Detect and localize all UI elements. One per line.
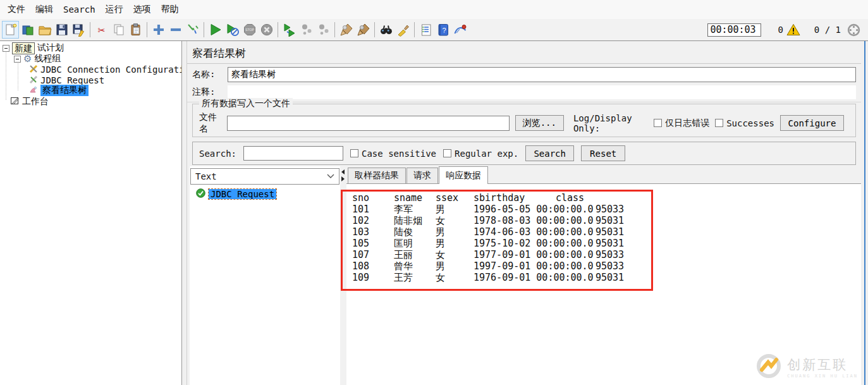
cell: 陆俊	[394, 226, 436, 238]
result-node-jdbc-request[interactable]: JDBC Request	[196, 188, 276, 200]
toolbar-start-button[interactable]	[207, 21, 224, 39]
test-plan-tree: 新建 试计划 ⚙ 线程组 JDBC Connection Configurati…	[0, 41, 182, 385]
collapse-expander-icon[interactable]	[3, 45, 9, 52]
cell: 曾华	[394, 260, 436, 272]
toolbar-separator	[374, 22, 375, 37]
tab-请求[interactable]: 请求	[406, 168, 438, 183]
log-errors-label: 仅日志错误	[665, 118, 709, 129]
toolbar-paste-button[interactable]	[127, 21, 144, 39]
save-as-icon	[72, 23, 86, 37]
cell: 105	[352, 238, 394, 249]
browse-button[interactable]: 浏览...	[515, 115, 564, 131]
menu-item[interactable]: 选项	[128, 1, 156, 18]
paste-icon	[129, 23, 143, 37]
response-data-row: 101李军男1996-05-05 00:00:00.095033	[352, 204, 861, 215]
content-region: 新建 试计划 ⚙ 线程组 JDBC Connection Configurati…	[0, 41, 868, 385]
open-icon	[38, 23, 52, 37]
cell: 女	[436, 215, 474, 226]
toolbar-remote-stop-all-button[interactable]	[298, 21, 315, 39]
successes-checkbox[interactable]	[715, 119, 723, 127]
case-sensitive-checkbox-wrap: Case sensitive	[350, 149, 436, 159]
listener-icon	[29, 85, 38, 96]
search-reset-icon	[396, 23, 410, 37]
menu-item[interactable]: 文件	[3, 1, 30, 18]
cell: class	[556, 192, 584, 204]
regular-exp-checkbox[interactable]	[443, 149, 451, 157]
tab-取样器结果[interactable]: 取样器结果	[348, 168, 406, 183]
toolbar-add-button[interactable]	[150, 21, 167, 39]
function-helper-icon	[419, 23, 433, 37]
toolbar-copy-button[interactable]	[110, 21, 127, 39]
tree-node-view-results-tree[interactable]: 察看结果树	[29, 85, 89, 96]
case-sensitive-checkbox[interactable]	[350, 149, 358, 157]
menu-bar: 文件编辑Search运行选项帮助	[0, 0, 868, 19]
response-data-row: 105匡明男1975-10-02 00:00:00.095031	[352, 238, 861, 249]
comment-input[interactable]	[228, 85, 856, 99]
add-icon	[152, 23, 166, 37]
tree-node-workbench[interactable]: 工作台	[10, 96, 49, 107]
tab-响应数据[interactable]: 响应数据	[439, 166, 488, 184]
reset-button[interactable]: Reset	[581, 145, 625, 161]
remote-start-all-icon	[283, 23, 296, 37]
cell: 101	[352, 204, 394, 215]
toolbar-cut-button[interactable]: ✂	[93, 21, 110, 39]
toolbar-shutdown-button[interactable]	[258, 21, 275, 39]
split-divider[interactable]	[340, 166, 346, 385]
toolbar-links-button[interactable]	[451, 21, 468, 39]
regular-exp-checkbox-wrap: Regular exp.	[443, 149, 518, 159]
toolbar-new-button[interactable]	[2, 21, 19, 39]
toolbar-clear-button[interactable]	[338, 21, 355, 39]
log-errors-checkbox[interactable]	[654, 119, 662, 127]
menu-item[interactable]: 编辑	[30, 1, 58, 18]
toolbar-icons-host: ✂STOP?	[2, 21, 468, 39]
search-input[interactable]	[243, 146, 343, 161]
jmeter-window: { "menu_bar": { "items": ["文件", "编辑", "S…	[0, 0, 868, 385]
toolbar-remove-button[interactable]	[167, 21, 184, 39]
clear-all-icon	[357, 23, 370, 37]
toolbar-dropper-button[interactable]	[184, 21, 201, 39]
name-input[interactable]	[228, 67, 856, 82]
watermark-text: 创新互联 CHUANG XIN HU LIAN	[787, 356, 858, 379]
cell: 女	[436, 249, 474, 260]
toolbar-search-button[interactable]	[377, 21, 394, 39]
toolbar-function-helper-button[interactable]	[417, 21, 434, 39]
collapse-left-icon[interactable]	[341, 169, 345, 174]
view-mode-select[interactable]: Text	[190, 168, 339, 185]
response-data-row: 102陆非烟女1978-08-03 00:00:00.095031	[352, 215, 861, 226]
tree-node-jdbc-connection-configuration[interactable]: JDBC Connection Configurati	[29, 64, 182, 75]
response-data-row: 107王丽女1977-09-01 00:00:00.095033	[352, 249, 861, 260]
toolbar-search-reset-button[interactable]	[394, 21, 412, 39]
warning-triangle-icon[interactable]	[786, 23, 800, 36]
cell: 男	[436, 204, 474, 215]
toolbar-save-as-button[interactable]	[70, 21, 87, 39]
toolbar-open-button[interactable]	[36, 21, 53, 39]
configure-button[interactable]: Configure	[780, 115, 844, 131]
svg-text:STOP: STOP	[245, 28, 254, 32]
toolbar-help-button[interactable]: ?	[434, 21, 451, 39]
comment-label: 注释:	[192, 87, 228, 98]
collapse-expander-icon[interactable]	[14, 56, 21, 63]
filename-input[interactable]	[227, 116, 510, 131]
toolbar-clear-all-button[interactable]	[355, 21, 372, 39]
response-data-row: 103陆俊男1974-06-03 00:00:00.095031	[352, 226, 861, 238]
toolbar-remote-start-all-button[interactable]	[281, 21, 298, 39]
toolbar-save-button[interactable]	[53, 21, 70, 39]
search-button[interactable]: Search	[525, 145, 574, 161]
thread-status-icon	[847, 23, 860, 37]
tree-node-thread-group[interactable]: ⚙ 线程组	[14, 53, 61, 64]
tree-guide-line	[18, 61, 18, 90]
toolbar-start-no-timers-button[interactable]	[224, 21, 241, 39]
watermark-logo-icon	[755, 353, 782, 381]
tree-node-test-plan[interactable]: 新建 试计划	[3, 42, 64, 54]
toolbar-remote-shutdown-all-button[interactable]	[315, 21, 332, 39]
workbench-icon	[10, 96, 20, 107]
jdbc-config-label: JDBC Connection Configurati	[40, 64, 182, 75]
toolbar-templates-button[interactable]	[19, 21, 36, 39]
menu-item[interactable]: 运行	[101, 1, 128, 18]
expand-right-icon[interactable]	[341, 176, 345, 181]
cell: 1974-06-03 00:00:00.0	[474, 226, 596, 238]
menu-item[interactable]: 帮助	[156, 1, 184, 18]
write-results-legend: 所有数据写入一个文件	[199, 98, 293, 109]
menu-search[interactable]: Search	[58, 2, 101, 17]
toolbar-stop-button[interactable]: STOP	[241, 21, 258, 39]
